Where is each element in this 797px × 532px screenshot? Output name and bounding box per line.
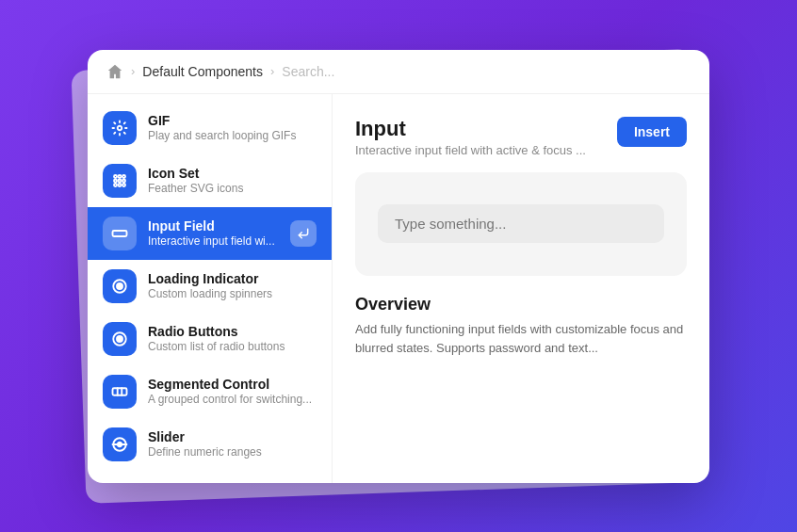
sidebar-desc-icon-set: Feather SVG icons (148, 182, 317, 197)
sidebar-text-input-field: Input Field Interactive input field wi..… (148, 218, 279, 250)
sidebar-desc-loading: Custom loading spinners (148, 287, 317, 302)
sidebar-item-icon-set[interactable]: Icon Set Feather SVG icons (88, 154, 332, 207)
icon-set-icon (103, 164, 137, 198)
sidebar-item-slider[interactable]: Slider Define numeric ranges (88, 418, 332, 471)
sidebar-desc-slider: Define numeric ranges (148, 445, 317, 460)
svg-point-14 (117, 336, 122, 342)
svg-point-20 (118, 442, 122, 446)
breadcrumb-separator-1: › (131, 64, 135, 78)
preview-area (355, 172, 687, 276)
home-icon[interactable] (106, 63, 123, 80)
sidebar-title-radio: Radio Buttons (148, 323, 317, 340)
main-header: Input Interactive input field with activ… (355, 117, 687, 157)
gif-icon (103, 111, 137, 145)
breadcrumb-separator-2: › (270, 64, 274, 78)
sidebar-title-segmented: Segmented Control (148, 376, 317, 393)
sidebar-item-input-field[interactable]: Input Field Interactive input field wi..… (88, 207, 332, 260)
svg-point-2 (119, 175, 122, 178)
overview-section: Overview Add fully functioning input fie… (355, 295, 687, 360)
main-header-text: Input Interactive input field with activ… (355, 117, 586, 157)
sidebar-title-slider: Slider (148, 428, 317, 445)
svg-point-3 (122, 175, 125, 178)
svg-point-4 (114, 179, 117, 182)
overview-text: Add fully functioning input fields with … (355, 320, 687, 360)
sidebar-item-radio-buttons[interactable]: Radio Buttons Custom list of radio butto… (88, 313, 332, 365)
svg-point-1 (114, 175, 117, 178)
preview-input[interactable] (378, 204, 664, 243)
svg-point-9 (122, 184, 125, 186)
breadcrumb-bar: › Default Components › Search... (88, 50, 709, 94)
main-content: Input Interactive input field with activ… (333, 94, 709, 483)
sidebar-text-slider: Slider Define numeric ranges (148, 428, 317, 460)
sidebar-desc-segmented: A grouped control for switching... (148, 393, 317, 408)
sidebar-title-gif: GIF (148, 112, 317, 129)
svg-point-8 (119, 184, 122, 186)
sidebar-text-loading: Loading Indicator Custom loading spinner… (148, 270, 317, 302)
svg-point-12 (117, 283, 122, 289)
main-subtitle: Interactive input field with active & fo… (355, 143, 586, 157)
sidebar-desc-radio: Custom list of radio buttons (148, 340, 317, 355)
sidebar-item-segmented-control[interactable]: Segmented Control A grouped control for … (88, 365, 332, 418)
sidebar-text-segmented: Segmented Control A grouped control for … (148, 376, 317, 408)
sidebar-title-loading: Loading Indicator (148, 270, 317, 287)
app-body: GIF Play and search looping GIFs Icon Se… (88, 94, 709, 483)
input-field-icon (103, 217, 137, 250)
slider-icon (103, 427, 137, 461)
svg-point-0 (118, 125, 122, 130)
sidebar-item-gif[interactable]: GIF Play and search looping GIFs (88, 102, 332, 154)
sidebar-desc-input-field: Interactive input field wi... (148, 234, 279, 250)
overview-title: Overview (355, 295, 687, 314)
sidebar-text-gif: GIF Play and search looping GIFs (148, 112, 317, 144)
svg-point-5 (119, 179, 122, 182)
radio-buttons-icon (103, 322, 137, 356)
svg-point-6 (122, 179, 125, 182)
sidebar-item-loading-indicator[interactable]: Loading Indicator Custom loading spinner… (88, 260, 332, 313)
sidebar-title-input-field: Input Field (148, 218, 279, 234)
main-title: Input (355, 117, 586, 141)
sidebar-title-icon-set: Icon Set (148, 165, 317, 182)
loading-indicator-icon (103, 269, 137, 303)
svg-rect-15 (113, 388, 127, 395)
sidebar: GIF Play and search looping GIFs Icon Se… (88, 94, 333, 483)
sidebar-desc-gif: Play and search looping GIFs (148, 129, 317, 144)
breadcrumb-parent[interactable]: Default Components (142, 64, 263, 79)
segmented-control-icon (103, 375, 137, 409)
breadcrumb-search[interactable]: Search... (282, 64, 334, 79)
app-window: › Default Components › Search... GIF Pla… (88, 50, 709, 483)
sidebar-text-icon-set: Icon Set Feather SVG icons (148, 165, 317, 197)
insert-button[interactable]: Insert (617, 117, 687, 147)
sidebar-text-radio: Radio Buttons Custom list of radio butto… (148, 323, 317, 355)
svg-rect-10 (113, 231, 127, 236)
svg-point-7 (114, 184, 117, 186)
enter-icon (290, 220, 317, 247)
